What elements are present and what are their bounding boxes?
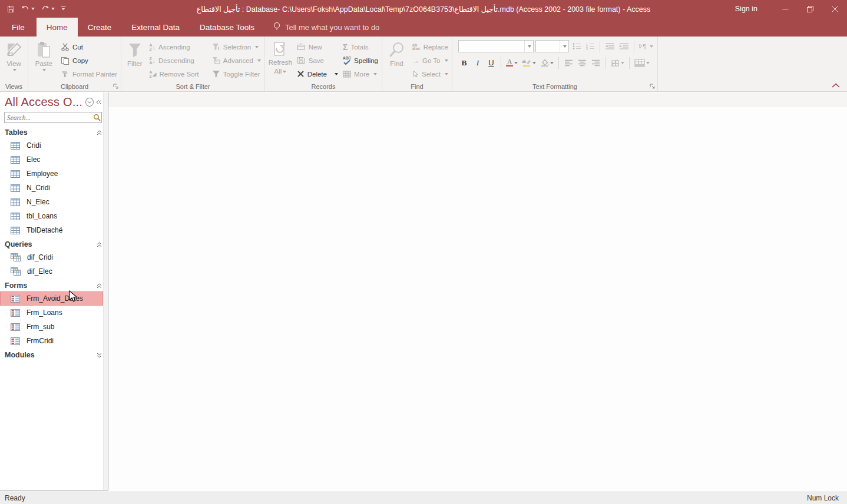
nav-pane-menu-icon[interactable] [85,98,94,107]
nav-item-form-selected[interactable]: Frm_Avoid_Dates [0,291,103,306]
customize-qat-icon[interactable] [58,5,68,14]
decrease-indent-button[interactable] [604,40,616,52]
paste-button[interactable]: Paste [29,38,58,83]
nav-vertical-scrollbar[interactable] [103,92,108,490]
totals-button[interactable]: Σ Totals [340,40,381,54]
tab-external-data[interactable]: External Data [121,18,190,37]
increase-indent-button[interactable] [618,40,630,52]
bold-button[interactable]: B [458,57,470,69]
close-icon[interactable] [822,0,847,18]
cut-button[interactable]: Cut [58,40,120,54]
nav-item-table[interactable]: tbl_Loans [0,209,103,223]
nav-item-table[interactable]: N_Cridi [0,181,103,195]
nav-search-box[interactable] [4,112,102,123]
underline-button[interactable]: U [485,57,497,69]
sign-in-button[interactable]: Sign in [720,5,773,13]
filter-label: Filter [127,60,143,68]
tab-home[interactable]: Home [37,18,78,37]
descending-button[interactable]: ZA↓ Descending [147,54,209,67]
background-color-button[interactable] [539,57,555,69]
nav-item-table[interactable]: Elec [0,152,103,167]
remove-sort-button[interactable]: AZ◢ Remove Sort [147,67,209,81]
view-dropdown-caret[interactable] [13,69,16,71]
align-center-button[interactable] [576,57,588,69]
text-direction-button[interactable]: ¶ [638,40,654,52]
new-record-button[interactable]: New [295,40,340,54]
align-right-button[interactable] [590,57,601,69]
find-button[interactable]: Find [383,38,410,83]
delete-dropdown-caret[interactable] [335,73,338,75]
advanced-button[interactable]: Advanced [210,54,263,67]
refresh-dropdown-caret[interactable] [283,71,286,73]
nav-item-table[interactable]: TblDetaché [0,223,103,237]
select-button[interactable]: Select [410,67,451,81]
nav-item-form[interactable]: FrmCridi [0,334,103,348]
paste-dropdown-caret[interactable] [42,69,46,71]
nav-section-forms[interactable]: Forms [0,278,108,291]
nav-item-table[interactable]: Employee [0,167,103,181]
view-button[interactable]: View [1,38,27,83]
redo-icon[interactable] [38,4,57,14]
tab-file[interactable]: File [0,18,37,37]
copy-button[interactable]: Copy [58,54,120,67]
advanced-dropdown-caret[interactable] [257,59,261,62]
select-dropdown-caret[interactable] [445,73,448,75]
replace-button[interactable]: ab⇄ac Replace [410,40,451,54]
spelling-icon: ABC [343,57,351,65]
nav-pane-shutter-icon[interactable] [96,100,102,105]
search-input[interactable] [5,114,91,121]
save-record-label: Save [309,57,324,64]
italic-button[interactable]: I [472,57,484,69]
filter-button[interactable]: Filter [123,38,147,83]
delete-record-button[interactable]: Delete [295,67,340,81]
toggle-filter-button[interactable]: Toggle Filter [210,67,263,81]
more-button[interactable]: More [340,67,381,81]
numbering-button[interactable]: 123 [584,40,596,52]
nav-section-tables[interactable]: Tables [0,125,108,138]
spelling-button[interactable]: ABC Spelling [340,54,381,67]
nav-item-form[interactable]: Frm_Loans [0,306,103,320]
tables-section-label: Tables [5,128,28,137]
minimize-icon[interactable] [773,0,798,18]
nav-item-query[interactable]: dif_Elec [0,264,103,278]
alternate-row-color-button[interactable] [633,57,651,69]
ascending-button[interactable]: AZ↓ Ascending [147,40,209,54]
font-name-caret [528,45,531,48]
format-painter-button[interactable]: Format Painter [58,67,120,81]
highlight-color-button[interactable]: ab [521,57,537,69]
nav-item-form[interactable]: Frm_sub [0,320,103,334]
collapse-ribbon-icon[interactable] [832,83,840,88]
refresh-all-button[interactable]: Refresh All [266,38,295,83]
gridlines-button[interactable] [609,57,626,69]
collapse-section-icon[interactable] [97,283,102,289]
forms-section-label: Forms [5,281,27,290]
nav-section-queries[interactable]: Queries [0,237,108,250]
goto-button[interactable]: → Go To [410,54,451,67]
nav-item-table[interactable]: Cridi [0,138,103,152]
collapse-section-icon[interactable] [97,242,102,247]
tab-create[interactable]: Create [78,18,122,37]
search-icon[interactable] [91,114,102,121]
nav-item-table[interactable]: N_Elec [0,195,103,209]
redo-dropdown-caret[interactable] [51,8,55,10]
more-dropdown-caret[interactable] [373,73,377,75]
align-left-button[interactable] [563,57,574,69]
save-record-button[interactable]: Save [295,54,340,67]
font-size-combobox[interactable] [535,40,569,52]
restore-icon[interactable] [798,0,822,18]
selection-button[interactable]: Selection [210,40,263,54]
font-color-button[interactable]: A [505,57,519,69]
undo-icon[interactable] [18,4,37,14]
undo-dropdown-caret[interactable] [31,8,35,10]
nav-item-query[interactable]: dif_Cridi [0,250,103,264]
tell-me-box[interactable]: Tell me what you want to do [264,18,388,37]
selection-dropdown-caret[interactable] [255,46,259,48]
bullets-button[interactable] [571,40,583,52]
tab-database-tools[interactable]: Database Tools [190,18,264,37]
collapse-section-icon[interactable] [97,130,102,135]
goto-dropdown-caret[interactable] [445,59,448,62]
save-icon[interactable] [5,4,17,14]
nav-section-modules[interactable]: Modules [0,348,108,361]
expand-section-icon[interactable] [97,353,102,358]
font-name-combobox[interactable] [458,40,534,52]
